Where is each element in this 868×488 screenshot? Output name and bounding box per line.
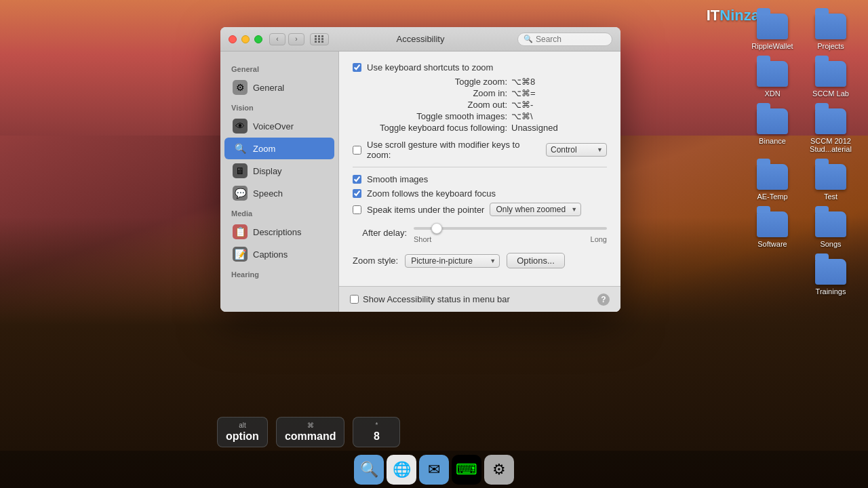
descriptions-icon: 📋 (233, 224, 248, 239)
window-body: General ⚙ General Vision 👁 VoiceOver 🔍 Z… (220, 52, 620, 312)
close-button[interactable] (229, 35, 237, 43)
shortcut-value: Unassigned (511, 123, 558, 133)
sidebar-item-speech[interactable]: 💬 Speech (224, 182, 334, 204)
shortcut-name: Zoom out: (372, 100, 507, 110)
desktop-icon-aetemp[interactable]: AE-Temp (749, 164, 796, 201)
speak-items-dropdown[interactable]: Only when zoomed ▼ (490, 203, 581, 216)
help-button[interactable]: ? (597, 293, 610, 306)
desktop-icon-xdn[interactable]: XDN (749, 61, 796, 98)
zoom-style-row: Zoom style: Picture-in-picture ▼ Options… (353, 253, 607, 268)
delay-slider-track[interactable] (414, 227, 607, 230)
key-top: alt (226, 422, 259, 429)
brand-it: IT (707, 7, 720, 24)
sidebar-item-label: VoiceOver (253, 121, 294, 131)
grid-icon (315, 35, 324, 43)
slider-long-label: Long (591, 235, 607, 243)
sidebar-item-descriptions[interactable]: 📋 Descriptions (224, 221, 334, 243)
status-bar-label: Show Accessibility status in menu bar (363, 294, 510, 304)
speak-items-value: Only when zoomed (496, 205, 566, 214)
minimize-button[interactable] (241, 35, 250, 43)
key-badge-8: * 8 (353, 417, 400, 447)
forward-button[interactable]: › (288, 33, 304, 45)
zoom-style-dropdown[interactable]: Picture-in-picture ▼ (405, 254, 500, 268)
desktop-icon-software[interactable]: Software (749, 211, 796, 248)
main-content: Use keyboard shortcuts to zoom Toggle zo… (339, 52, 620, 312)
sidebar-item-label: Speech (253, 188, 283, 199)
dock-icon-finder[interactable]: 🔍 (354, 455, 384, 485)
slider-labels: Short Long (414, 235, 607, 243)
accessibility-window: ‹ › Accessibility 🔍 General (220, 27, 620, 312)
titlebar: ‹ › Accessibility 🔍 (220, 27, 620, 52)
modifier-key-dropdown[interactable]: Control ▼ (546, 143, 607, 157)
desktop-icon-label: SCCM 2012 Stud...aterial (807, 137, 854, 153)
folder-icon (815, 211, 846, 237)
desktop-icon-label: AE-Temp (757, 192, 787, 201)
dock-icon-chrome[interactable]: 🌐 (387, 455, 416, 485)
desktop-icon-sccmlab[interactable]: SCCM Lab (807, 61, 854, 98)
slider-short-label: Short (414, 235, 431, 243)
sidebar: General ⚙ General Vision 👁 VoiceOver 🔍 Z… (220, 52, 339, 312)
keyboard-focus-checkbox[interactable] (353, 189, 361, 198)
speak-items-checkbox[interactable] (353, 205, 361, 214)
traffic-lights (229, 35, 262, 43)
dock-icon-settings[interactable]: ⚙ (484, 455, 514, 485)
dropdown-arrow-icon: ▼ (490, 258, 496, 264)
smooth-images-row: Smooth images (353, 174, 607, 184)
dock-icon-terminal[interactable]: ⌨ (452, 455, 481, 485)
shortcut-name: Toggle zoom: (372, 77, 507, 87)
captions-icon: 📝 (233, 247, 248, 262)
scroll-gesture-checkbox[interactable] (353, 146, 361, 155)
nav-buttons: ‹ › (269, 33, 304, 45)
desktop-icon-row-3: Binance SCCM 2012 Stud...aterial (749, 108, 854, 153)
folder-icon (757, 211, 788, 237)
options-button[interactable]: Options... (507, 253, 565, 268)
desktop-icon-row-6: Trainings (749, 259, 854, 296)
back-button[interactable]: ‹ (269, 33, 285, 45)
keyboard-zoom-label: Use keyboard shortcuts to zoom (367, 62, 493, 73)
search-icon: 🔍 (524, 35, 533, 43)
sidebar-section-hearing: Hearing (220, 268, 338, 281)
grid-button[interactable] (310, 33, 329, 45)
dock-icon-mail[interactable]: ✉ (419, 455, 449, 485)
shortcut-name: Zoom in: (372, 88, 507, 98)
voiceover-icon: 👁 (233, 119, 248, 134)
smooth-images-checkbox[interactable] (353, 175, 361, 184)
desktop-icon-songs[interactable]: Songs (807, 211, 854, 248)
speak-items-label: Speak items under the pointer (367, 205, 484, 215)
shortcut-row-zoomout: Zoom out: ⌥⌘- (372, 100, 607, 110)
keyboard-zoom-checkbox[interactable] (353, 63, 361, 72)
sidebar-section-general: General (220, 62, 338, 76)
delay-slider-thumb[interactable] (431, 223, 442, 234)
shortcut-name: Toggle keyboard focus following: (372, 123, 507, 133)
sidebar-item-label: Zoom (253, 144, 275, 154)
key-badges: alt option ⌘ command * 8 (217, 417, 400, 447)
key-main: 8 (361, 430, 391, 443)
maximize-button[interactable] (254, 35, 262, 43)
sidebar-item-voiceover[interactable]: 👁 VoiceOver (224, 115, 334, 137)
desktop-icon-binance[interactable]: Binance (749, 108, 796, 153)
keyboard-focus-row: Zoom follows the keyboard focus (353, 188, 607, 199)
key-top: ⌘ (285, 422, 336, 429)
desktop-icon-ripplewallet[interactable]: RippleWallet (749, 14, 796, 50)
delay-slider-container: Short Long (414, 222, 607, 243)
desktop: ITNinza RippleWallet Projects XDN SCCM L… (0, 0, 868, 488)
desktop-icon-row-2: XDN SCCM Lab (749, 61, 854, 98)
sidebar-item-zoom[interactable]: 🔍 Zoom (224, 138, 334, 159)
desktop-icon-label: Songs (820, 240, 841, 248)
folder-icon (815, 164, 846, 190)
window-bottom-bar: Show Accessibility status in menu bar ? (339, 286, 620, 312)
display-icon: 🖥 (233, 163, 248, 178)
section-divider (353, 167, 607, 167)
sidebar-item-display[interactable]: 🖥 Display (224, 160, 334, 182)
search-input[interactable] (536, 35, 604, 44)
status-bar-checkbox[interactable] (350, 295, 359, 304)
sidebar-item-captions[interactable]: 📝 Captions (224, 243, 334, 265)
keyboard-zoom-row: Use keyboard shortcuts to zoom (353, 62, 607, 73)
desktop-icon-sccm2012[interactable]: SCCM 2012 Stud...aterial (807, 108, 854, 153)
sidebar-item-general[interactable]: ⚙ General (224, 77, 334, 98)
key-main: option (226, 430, 259, 443)
desktop-icon-trainings[interactable]: Trainings (807, 259, 854, 296)
desktop-icon-projects[interactable]: Projects (807, 14, 854, 50)
search-box[interactable]: 🔍 (517, 33, 612, 46)
desktop-icon-test[interactable]: Test (807, 164, 854, 201)
